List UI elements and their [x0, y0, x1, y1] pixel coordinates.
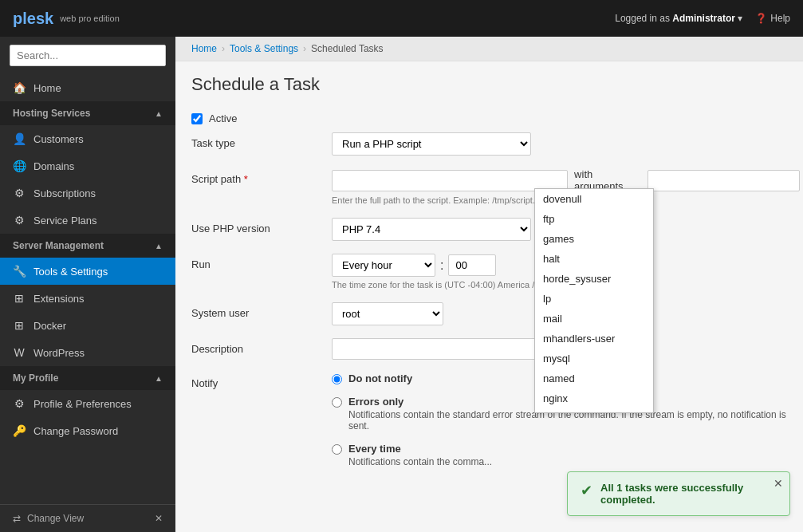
php-version-select[interactable]: PHP 7.4 PHP 8.0 PHP 8.1	[332, 218, 531, 241]
notify-label-0: Do not notify	[348, 372, 412, 384]
dropdown-item-nginx[interactable]: nginx	[535, 388, 653, 408]
sidebar-item-domains[interactable]: 🌐 Domains	[0, 152, 175, 179]
system-user-select[interactable]: root psaadm www-data	[332, 302, 443, 325]
notify-label: Notify	[191, 372, 319, 389]
breadcrumb-sep-1: ›	[222, 43, 225, 54]
service-plans-icon: ⚙	[13, 214, 26, 227]
dropdown-item-mhandlers-user[interactable]: mhandlers-user	[535, 329, 653, 349]
sidebar-item-home[interactable]: 🏠 Home	[0, 74, 175, 101]
run-minutes-input[interactable]: 00	[448, 254, 496, 276]
active-checkbox[interactable]	[191, 113, 203, 124]
dropdown-item-mysql[interactable]: mysql	[535, 349, 653, 368]
dropdown-item-ftp[interactable]: ftp	[535, 209, 653, 229]
system-user-label: System user	[191, 302, 319, 319]
profile-icon: ⚙	[13, 397, 26, 410]
domains-icon: 🌐	[13, 160, 26, 172]
header: plesk web pro edition Logged in as Admin…	[0, 0, 803, 37]
sidebar-item-profile-preferences[interactable]: ⚙ Profile & Preferences	[0, 390, 175, 417]
home-icon: 🏠	[13, 81, 26, 94]
breadcrumb-home[interactable]: Home	[191, 43, 217, 54]
php-version-label: Use PHP version	[191, 218, 319, 234]
toast-close-button[interactable]: ✕	[773, 477, 783, 490]
close-icon: ✕	[155, 513, 163, 524]
dropdown-item-horde-sysuser[interactable]: horde_sysuser	[535, 269, 653, 289]
dropdown-item-dovenull[interactable]: dovenull	[535, 189, 653, 209]
task-type-select[interactable]: URL fetching Run a PHP script Run a comm…	[332, 132, 531, 156]
logo: plesk	[13, 10, 53, 28]
chevron-up-icon-3: ▲	[155, 374, 163, 383]
run-row: Run Every hour Every day Every minute : …	[191, 254, 787, 290]
check-icon: ✔	[581, 482, 592, 499]
breadcrumb-current: Scheduled Tasks	[311, 43, 384, 54]
sidebar-item-customers[interactable]: 👤 Customers	[0, 125, 175, 152]
notify-label-2: Every time	[348, 443, 401, 455]
toast-message: All 1 tasks were successfully completed.	[600, 482, 777, 506]
chevron-up-icon-2: ▲	[155, 242, 163, 250]
sidebar-server-management-header[interactable]: Server Management ▲	[0, 234, 175, 258]
edition-label: web pro edition	[60, 14, 615, 23]
php-version-row: Use PHP version PHP 7.4 PHP 8.0 PHP 8.1	[191, 218, 787, 241]
task-type-label: Task type	[191, 132, 319, 149]
search-input[interactable]	[10, 45, 166, 66]
sidebar-item-wordpress[interactable]: W WordPress	[0, 339, 175, 366]
dropdown-item-mail[interactable]: mail	[535, 309, 653, 329]
dropdown-item-halt[interactable]: halt	[535, 249, 653, 269]
sidebar-hosting-services-header[interactable]: Hosting Services ▲	[0, 101, 175, 125]
dropdown-list: dovenull ftp games halt horde_sysuser lp…	[535, 189, 653, 412]
tools-icon: 🔧	[13, 265, 26, 278]
content-area: Home › Tools & Settings › Scheduled Task…	[175, 37, 803, 532]
sidebar-my-profile-header[interactable]: My Profile ▲	[0, 366, 175, 390]
change-view-button[interactable]: ⇄ Change View ✕	[0, 504, 175, 532]
docker-icon: ⊞	[13, 319, 26, 332]
sidebar: 🏠 Home Hosting Services ▲ 👤 Customers 🌐 …	[0, 37, 175, 532]
active-row: Active	[191, 104, 787, 132]
notify-option-2: Every time Notifications contain the com…	[332, 443, 787, 467]
subscriptions-icon: ⚙	[13, 187, 26, 199]
wordpress-icon: W	[13, 346, 26, 359]
run-label: Run	[191, 254, 319, 270]
change-view-icon: ⇄	[13, 513, 21, 524]
logged-in-label: Logged in as Administrator ▾	[615, 13, 742, 24]
notify-row: Notify Do not notify Errors only Notific…	[191, 372, 787, 475]
notify-radio-1[interactable]	[332, 397, 342, 408]
dropdown-item-named[interactable]: named	[535, 368, 653, 388]
breadcrumb: Home › Tools & Settings › Scheduled Task…	[175, 37, 803, 61]
dropdown-item-lp[interactable]: lp	[535, 289, 653, 309]
sidebar-item-subscriptions[interactable]: ⚙ Subscriptions	[0, 179, 175, 207]
run-frequency-select[interactable]: Every hour Every day Every minute	[332, 254, 435, 277]
notify-desc-2: Notifications contain the comma...	[348, 456, 492, 467]
success-toast: ✔ All 1 tasks were successfully complete…	[567, 471, 790, 516]
customers-icon: 👤	[13, 132, 26, 145]
sidebar-item-service-plans[interactable]: ⚙ Service Plans	[0, 207, 175, 234]
arguments-input[interactable]	[648, 170, 800, 191]
sidebar-item-extensions[interactable]: ⊞ Extensions	[0, 285, 175, 312]
system-user-dropdown[interactable]: dovenull ftp games halt horde_sysuser lp…	[534, 188, 654, 413]
breadcrumb-tools-settings[interactable]: Tools & Settings	[230, 43, 298, 54]
page-title: Schedule a Task	[175, 61, 803, 104]
script-path-row: Script path * with arguments Enter the f…	[191, 168, 787, 205]
help-icon: ❓	[755, 13, 767, 24]
help-button[interactable]: ❓ Help	[755, 13, 790, 24]
sidebar-item-docker[interactable]: ⊞ Docker	[0, 312, 175, 339]
notify-radio-2[interactable]	[332, 444, 342, 455]
task-type-control: URL fetching Run a PHP script Run a comm…	[332, 132, 787, 156]
extensions-icon: ⊞	[13, 292, 26, 305]
key-icon: 🔑	[13, 424, 26, 437]
script-path-input[interactable]	[332, 170, 568, 191]
sidebar-item-tools-settings[interactable]: 🔧 Tools & Settings	[0, 258, 175, 285]
chevron-up-icon: ▲	[155, 109, 163, 118]
sidebar-item-change-password[interactable]: 🔑 Change Password	[0, 417, 175, 444]
task-type-row: Task type URL fetching Run a PHP script …	[191, 132, 787, 156]
description-label: Description	[191, 338, 319, 355]
description-row: Description	[191, 338, 787, 360]
run-separator: :	[440, 258, 443, 273]
header-right: Logged in as Administrator ▾ ❓ Help	[615, 13, 790, 24]
notify-radio-0[interactable]	[332, 374, 342, 384]
dropdown-item-nobody[interactable]: nobody	[535, 408, 653, 412]
active-label: Active	[209, 112, 237, 124]
notify-label-1: Errors only	[348, 396, 403, 408]
script-path-label: Script path *	[191, 168, 319, 185]
system-user-row: System user root psaadm www-data	[191, 302, 787, 325]
dropdown-item-games[interactable]: games	[535, 229, 653, 249]
sidebar-search-area	[0, 37, 175, 74]
